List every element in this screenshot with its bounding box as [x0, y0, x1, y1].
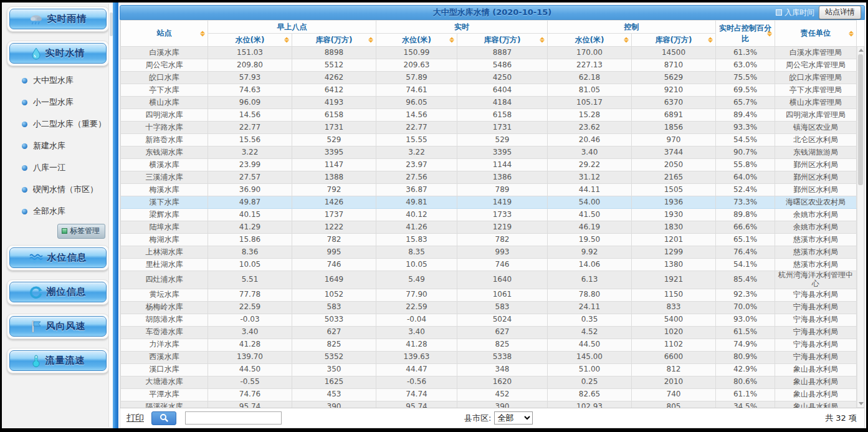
table-row[interactable]: 上林湖水库8.369958.359939.92129976.4%慈溪市水利局: [121, 246, 857, 259]
table-row[interactable]: 梁辉水库40.15173740.12173341.50193089.8%余姚市水…: [121, 209, 857, 221]
table-cell: 209.63: [376, 59, 457, 72]
table-scrollbar-thumb[interactable]: [858, 54, 863, 185]
col-header-control-level[interactable]: 水位(米): [548, 34, 632, 47]
table-cell: 0.35: [548, 314, 632, 326]
scroll-up-icon[interactable]: [859, 49, 864, 52]
table-cell: 象山县水利局: [775, 388, 857, 401]
search-input[interactable]: [185, 411, 282, 425]
scroll-down-icon[interactable]: [859, 402, 864, 405]
col-header-percent[interactable]: 实时占控制百分比: [716, 21, 775, 47]
table-cell: 5024: [457, 314, 548, 326]
sidebar-menu-item[interactable]: 新建水库: [22, 140, 110, 151]
table-row[interactable]: 梅溪水库36.9079236.8778944.11150552.4%鄞州区水利局: [121, 184, 857, 196]
table-row[interactable]: 四灶浦水库5.5116495.4916406.13192185.4%杭州湾海洋水…: [121, 271, 857, 289]
table-cell: 宁海县水利局: [775, 338, 857, 351]
sidebar-menu-label: 八库一江: [33, 162, 65, 173]
table-row[interactable]: 胡陈港水库-0.035033-0.0450240.35540093.0%宁海县水…: [121, 314, 857, 326]
sort-icon[interactable]: [200, 31, 205, 36]
sidebar-menu-item[interactable]: 小一型水库: [22, 97, 110, 108]
table-row[interactable]: 隔溪张水库95.7439095.74390102.9380534.5%象山县水利…: [121, 401, 857, 408]
table-row[interactable]: 东钱湖水库3.2233953.2233953.40374490.7%东钱湖旅游局: [121, 146, 857, 159]
flow-button[interactable]: 流量流速: [9, 350, 107, 371]
table-row[interactable]: 里杜湖水库10.0574610.0574614.06138054.1%慈溪市水利…: [121, 259, 857, 271]
table-row[interactable]: 西溪水库139.705352139.635338145.00660080.9%宁…: [121, 351, 857, 363]
sidebar-scrollbar[interactable]: [108, 4, 113, 427]
table-scrollbar[interactable]: [857, 46, 864, 408]
table-cell: 6158: [292, 109, 376, 122]
table-cell: -0.04: [376, 314, 457, 326]
col-header-station[interactable]: 站点: [121, 21, 208, 47]
table-row[interactable]: 溪口水库44.5035044.4734851.0081242.9%象山县水利局: [121, 363, 857, 376]
sidebar-menu-item[interactable]: 碶闸水情（市区）: [22, 184, 110, 195]
col-header-morning-capacity[interactable]: 库容(万方): [292, 34, 376, 47]
search-button[interactable]: [151, 411, 176, 425]
sidebar-menu-item[interactable]: 八库一江: [22, 162, 110, 173]
water-level-button[interactable]: 水位信息: [9, 247, 107, 268]
table-row[interactable]: 梅湖水库15.8678215.8378219.50120165.1%慈溪市水利局: [121, 234, 857, 246]
table-cell: 993: [457, 246, 548, 259]
sidebar-menu: 大中型水库小一型水库小二型水库（重要）新建水库八库一江碶闸水情（市区）全部水库: [22, 75, 110, 217]
realtime-water-button[interactable]: 实时水情: [9, 43, 107, 64]
table-cell: 627: [292, 326, 376, 338]
table-cell: 22.77: [376, 122, 457, 134]
sort-icon[interactable]: [849, 31, 854, 36]
sort-icon[interactable]: [540, 37, 545, 43]
table-row[interactable]: 皎口水库57.93426257.89425062.18562975.5%皎口水库…: [121, 72, 857, 84]
print-link[interactable]: 打印: [126, 413, 144, 424]
sort-icon[interactable]: [368, 37, 373, 43]
table-cell: 36.90: [208, 184, 292, 196]
sort-icon[interactable]: [449, 37, 454, 43]
station-detail-button[interactable]: 站点详情: [819, 6, 861, 19]
sort-icon[interactable]: [767, 31, 772, 36]
table-cell: 鄞州区水利局: [775, 159, 857, 171]
table-row[interactable]: 陆埠水库41.29122241.26121946.19183066.6%余姚市水…: [121, 221, 857, 234]
table-cell: 1625: [292, 376, 376, 388]
table-cell: 44.50: [208, 363, 292, 376]
table-row[interactable]: 车岙港水库3.406273.406274.52102061.5%宁海县水利局: [121, 326, 857, 338]
col-header-control-capacity[interactable]: 库容(万方): [632, 34, 716, 47]
table-row[interactable]: 亭下水库74.63641274.61640481.05921069.5%亭下水库…: [121, 84, 857, 97]
table-row[interactable]: 横溪水库23.99114723.97114429.22205055.8%鄞州区水…: [121, 159, 857, 171]
table-cell: 鄞州区水利局: [775, 171, 857, 184]
station-name-cell: 梅溪水库: [121, 184, 208, 196]
table-cell: 慈溪市水利局: [775, 259, 857, 271]
county-select[interactable]: 全部: [494, 411, 533, 425]
realtime-rain-button[interactable]: 实时雨情: [9, 9, 107, 29]
table-row[interactable]: 白溪水库151.038898150.998887170.001450061.3%…: [121, 47, 857, 59]
station-name-cell: 上林湖水库: [121, 246, 208, 259]
col-header-realtime-level[interactable]: 水位(米): [376, 34, 457, 47]
table-row[interactable]: 平潭水库74.7645374.7445282.6574061.1%象山县水利局: [121, 388, 857, 401]
table-cell: 1219: [457, 221, 548, 234]
table-cell: 64.0%: [716, 171, 775, 184]
table-cell: 139.70: [208, 351, 292, 363]
table-row[interactable]: 横山水库96.09419396.054184105.17637065.7%横山水…: [121, 97, 857, 109]
wind-button[interactable]: 风向风速: [9, 316, 107, 337]
table-cell: 1052: [292, 289, 376, 301]
table-row[interactable]: 杨梅岭水库22.5958322.5958324.1183370.0%宁海县水利局: [121, 301, 857, 314]
sidebar-menu-item[interactable]: 大中型水库: [22, 75, 110, 86]
table-row[interactable]: 大塘港水库-0.551625-0.5616200.25201080.6%象山县水…: [121, 376, 857, 388]
table-row[interactable]: 周公宅水库209.805512209.635486227.13871063.0%…: [121, 59, 857, 72]
col-header-unit[interactable]: 责任单位: [775, 21, 857, 47]
sort-icon[interactable]: [624, 37, 629, 43]
table-row[interactable]: 十字路水库22.77173122.77173123.62185693.3%镇海区…: [121, 122, 857, 134]
table-row[interactable]: 黄坛水库77.78105277.90106178.80115092.3%宁海县水…: [121, 289, 857, 301]
sidebar-menu-item[interactable]: 小二型水库（重要）: [22, 118, 110, 130]
col-header-morning-level[interactable]: 水位(米): [208, 34, 292, 47]
intake-time-toggle[interactable]: 入库时间: [776, 7, 814, 18]
table-cell: 40.12: [376, 209, 457, 221]
table-row[interactable]: 四明湖水库14.56615814.56615815.28689189.4%四明湖…: [121, 109, 857, 122]
table-cell: 41.28: [208, 338, 292, 351]
table-row[interactable]: 力洋水库41.2882541.2882544.50110274.9%宁海县水利局: [121, 338, 857, 351]
table-row[interactable]: 新路岙水库15.5652915.5552920.4697054.5%北仑区水利局: [121, 134, 857, 146]
table-row[interactable]: 三溪浦水库27.57138827.56138631.12216564.0%鄞州区…: [121, 171, 857, 184]
table-cell: 1299: [632, 246, 716, 259]
sort-icon[interactable]: [708, 37, 713, 43]
col-header-realtime-capacity[interactable]: 库容(万方): [457, 34, 548, 47]
table-cell: 23.99: [208, 159, 292, 171]
tag-manage-button[interactable]: 标签管理: [57, 224, 105, 239]
sidebar-menu-item[interactable]: 全部水库: [22, 206, 110, 217]
sort-icon[interactable]: [284, 37, 289, 43]
tide-level-button[interactable]: 潮位信息: [9, 282, 107, 302]
table-row[interactable]: 溪下水库49.87142649.81141954.00193673.3%海曙区农…: [121, 196, 857, 209]
